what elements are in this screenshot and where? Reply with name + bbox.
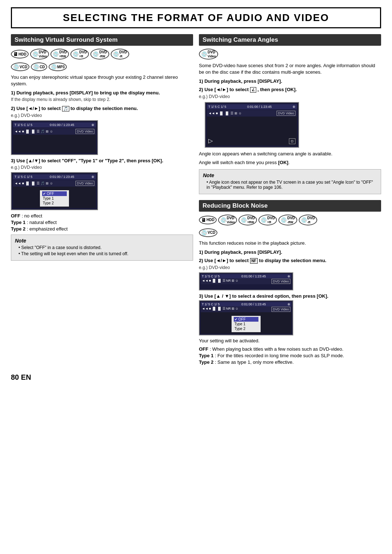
surround-intro: You can enjoy stereophonic virtual space… [11, 74, 193, 87]
angle-screen-mockup: T 1/ 5 C 1/ 5 0:01:00 / 1:23:45 ⊕ ◄◄■▐▌▐… [205, 102, 299, 148]
off-desc: OFF : no effect [11, 213, 193, 219]
screen-body-1 [13, 135, 96, 153]
noise-disc-hdd: 🖥HDD [199, 216, 217, 224]
angle-badge: ⊡ [289, 138, 295, 144]
screen-icons-bar-2: ◄◄■▐▌▐▌☰🎵⊞☺ DVD Video [13, 180, 96, 187]
left-column: Switching Virtual Surround System 🖥HDD 💿… [11, 34, 193, 366]
screen-top-bar-1: T 1/ 5 C 1/ 5 0:01:00 / 1:23:45 ⊕ [13, 122, 96, 127]
menu-item-type2: Type 2 [42, 201, 67, 205]
angle-select-icon: ∠ [250, 87, 256, 93]
disc-cd: 💿CD [31, 62, 47, 71]
note-box-surround: Note Select "OFF" in a case sound is dis… [11, 235, 193, 261]
noise-screen-tr-1: 0:01:00 / 1:23:45 [241, 274, 266, 278]
screen-top-left-2: T 1/ 5 C 1/ 5 [15, 175, 32, 179]
surround-step1-sub: If the display menu is already shown, sk… [11, 97, 193, 103]
section-header-surround: Switching Virtual Surround System [11, 34, 193, 46]
noise-dvd-badge-2: DVD Video [271, 307, 290, 312]
noise-step3-title: 3) Use [▲ / ▼] to select a desired optio… [199, 293, 381, 299]
screen-top-bar-2: T 1/ 5 C 1/ 5 0:01:00 / 1:23:45 ⊕ [13, 174, 96, 179]
angle-screen-body: ▷ ⊡ [207, 117, 297, 146]
noise-screen-2: T 1/ 5 C 1/ 5 0:01:00 / 1:23:45 ⊕ ◄◄■▐▌▐… [199, 300, 293, 335]
noise-screen-tl-1: T 1/ 5 C 1/ 5 [202, 274, 220, 278]
screen-dvd-badge-1: DVD Video [75, 129, 94, 134]
noise-dvd-badge-1: DVD Video [271, 279, 290, 284]
screen-mockup-2: T 1/ 5 C 1/ 5 0:01:00 / 1:23:45 ⊕ ◄◄■▐▌▐… [11, 172, 98, 210]
angle-screen-top: T 1/ 5 C 1/ 5 0:01:00 / 1:23:45 ⊕ [207, 104, 297, 109]
noise-screen-1: T 1/ 5 C 1/ 5 0:01:00 / 1:23:45 ⊕ ◄◄■▐▌▐… [199, 272, 293, 290]
surround-step3-title: 3) Use [▲/▼] to select "OFF", "Type 1" o… [11, 158, 193, 163]
noise-step1-title: 1) During playback, press [DISPLAY]. [199, 249, 381, 255]
nr-icon: NF [250, 258, 258, 264]
type2-desc: Type 2 : emphasized effect [11, 226, 193, 232]
note-box-camera: Note Angle icon does not appear on the T… [199, 169, 381, 194]
noise-disc-r: 💿DVD-R [299, 215, 317, 225]
noise-icons-bar-2: ◄◄■▐▌▐▌☰NR⊞☺ DVD Video [201, 306, 291, 312]
surround-step3-eg: e.g.) DVD-video [11, 164, 193, 171]
noise-screen-top-1: T 1/ 5 C 1/ 5 0:01:00 / 1:23:45 ⊕ [201, 274, 291, 278]
disc-vcd: 💿VCD [11, 62, 29, 71]
note-title-surround: Note [15, 238, 189, 244]
camera-step2-eg: e.g.) DVD-video [199, 94, 381, 100]
noise-step2-eg: e.g.) DVD-video [199, 265, 381, 271]
disc-icons-surround-row2: 💿VCD 💿CD 💿MP3 [11, 62, 193, 71]
noise-screen-tl-2: T 1/ 5 C 1/ 5 [202, 302, 220, 306]
disc-dvd-video: 💿DVDVideo [30, 49, 49, 60]
camera-intro: Some DVD-video have scenes shot from 2 o… [199, 62, 381, 76]
disc-dvd-rw-plus: 💿DVD+RW [50, 49, 69, 60]
camera-step1-title: 1) During playback, press [DISPLAY]. [199, 78, 381, 84]
disc-icons-noise: 🖥HDD 💿DVDVideo 💿DVD+RW 💿DVD+R 💿DVD-RW 💿D… [199, 215, 381, 225]
screen-top-right-1: 0:01:00 / 1:23:45 [50, 123, 74, 127]
surround-step2-eg: e.g.) DVD-video [11, 113, 193, 119]
surround-step1-title: 1) During playback, press [DISPLAY] to b… [11, 90, 193, 95]
disc-dvd-rw: 💿DVD-RW [90, 49, 109, 60]
screen-body-2: ✔ OFF Type 1 Type 2 [13, 187, 96, 208]
play-icon: ▷ [208, 137, 213, 144]
noise-screen-menu: ✔ OFF Type 1 Type 2 [232, 316, 261, 332]
camera-section: Switching Camera Angles 💿DVDVideo Some D… [199, 34, 381, 194]
angle-screen-top-right: 0:01:00 / 1:23:45 [247, 105, 272, 109]
noise-disc-dvd: 💿DVDVideo [218, 215, 237, 225]
camera-step2-title: 2) Use [◄/►] to select ∠ , then press [O… [199, 87, 381, 93]
noise-type1-desc: Type 1 : For the titles recorded in long… [199, 353, 381, 358]
angle-icons-bar: ◄◄■▐▌▐▌☰⊞☺ DVD Video [207, 110, 297, 117]
noise-icons-bar-1: ◄◄■▐▌▐▌☰NR⊞☺ DVD Video [201, 278, 291, 284]
noise-off-desc: OFF : When playing back titles with a fe… [199, 346, 381, 352]
noise-disc-vcd: 💿VCD [199, 228, 217, 237]
camera-note-item-1: Angle icon does not appear on the TV scr… [203, 180, 377, 190]
menu-item-type1: Type 1 [42, 196, 67, 201]
section-header-camera: Switching Camera Angles [199, 34, 381, 46]
disc-dvd-video-camera: 💿DVDVideo [199, 49, 218, 60]
angle-dvd-badge: DVD Video [277, 111, 295, 116]
screen-icons-bar-1: ◄◄■▐▌▐▌☰🎵⊞☺ DVD Video [13, 128, 96, 135]
disc-icons-noise-row2: 💿VCD [199, 228, 381, 237]
disc-hdd: 🖥HDD [11, 50, 29, 58]
disc-mp3: 💿MP3 [49, 62, 67, 71]
noise-after-text: Your setting will be activated. [199, 338, 381, 344]
note-item-2: The setting will be kept even when the u… [15, 251, 189, 256]
note-title-camera: Note [203, 172, 377, 178]
noise-screen-top-2: T 1/ 5 C 1/ 5 0:01:00 / 1:23:45 ⊕ [201, 302, 291, 306]
noise-step2-title: 2) Use [◄/►] to select NF to display the… [199, 258, 381, 264]
noise-menu-off: ✔ OFF [234, 317, 258, 322]
noise-disc-rw-plus: 💿DVD+RW [238, 215, 257, 225]
screen-top-right-2: 0:01:00 / 1:23:45 [50, 175, 74, 179]
noise-screen-tr-2: 0:01:00 / 1:23:45 [241, 302, 266, 306]
noise-disc-r-plus: 💿DVD+R [258, 215, 277, 225]
page-number: 80 EN [11, 373, 381, 382]
screen-dvd-badge-2: DVD Video [75, 181, 94, 186]
disc-icons-surround: 🖥HDD 💿DVDVideo 💿DVD+RW 💿DVD+R 💿DVD-RW 💿D… [11, 49, 193, 60]
noise-section: Reducing Block Noise 🖥HDD 💿DVDVideo 💿DVD… [199, 200, 381, 365]
disc-dvd-r: 💿DVD-R [111, 49, 129, 60]
select-icon: 🎵 [62, 106, 69, 111]
type1-desc: Type 1 : natural effect [11, 220, 193, 225]
noise-screen-body-2: ✔ OFF Type 1 Type 2 [201, 312, 291, 334]
screen-menu-surround: ✔ OFF Type 1 Type 2 [40, 190, 69, 207]
noise-screen-body-1 [201, 284, 291, 289]
camera-after-text2: Angle will switch each time you press [O… [199, 159, 381, 166]
angle-screen-top-left: T 1/ 5 C 1/ 5 [208, 105, 226, 109]
camera-after-text1: Angle icon appears when a switching came… [199, 151, 381, 157]
noise-intro: This function reduces noise in the playb… [199, 240, 381, 247]
disc-dvd-r-plus: 💿DVD+R [70, 49, 89, 60]
page-title: SELECTING THE FORMAT OF AUDIO AND VIDEO [11, 7, 381, 28]
surround-step2-title: 2) Use [◄/►] to select 🎵 to display the … [11, 106, 193, 111]
